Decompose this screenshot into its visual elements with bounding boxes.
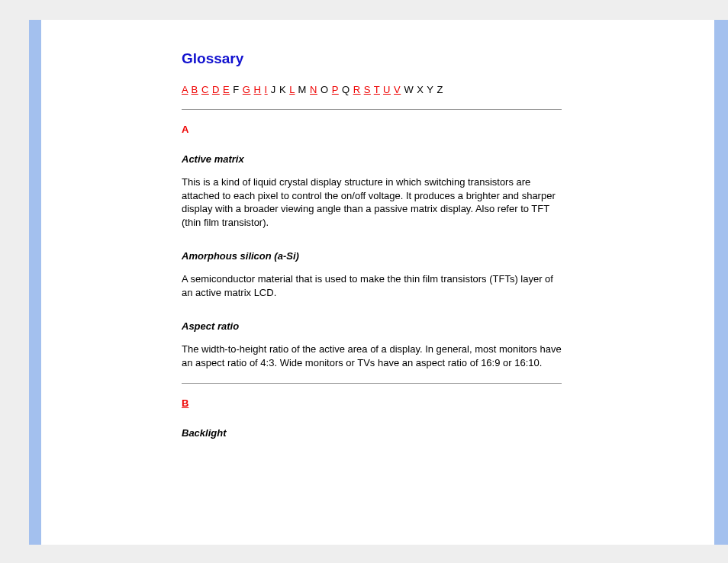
alphabet-nav: A B C D E F G H I J K L M N O P Q R S T … [182,84,562,95]
alpha-letter-o: O [321,84,329,95]
glossary-term: Backlight [182,427,562,439]
alpha-letter-k: K [279,84,286,95]
glossary-term: Aspect ratio [182,320,562,332]
right-accent-stripe [714,20,728,545]
alpha-letter-j: J [271,84,276,95]
glossary-definition: This is a kind of liquid crystal display… [182,175,562,229]
alpha-link-a[interactable]: A [182,84,188,95]
alpha-link-n[interactable]: N [310,84,317,95]
alpha-link-u[interactable]: U [383,84,391,95]
alpha-letter-z: Z [436,84,443,95]
alpha-link-c[interactable]: C [201,84,209,95]
alpha-link-s[interactable]: S [364,84,371,95]
section-letter-b[interactable]: B [182,397,562,409]
alpha-link-d[interactable]: D [212,84,220,95]
alpha-link-l[interactable]: L [289,84,295,95]
page-content: Glossary A B C D E F G H I J K L M N O P… [41,20,714,545]
alpha-link-p[interactable]: P [332,84,339,95]
glossary-term: Amorphous silicon (a-Si) [182,250,562,262]
alpha-letter-w: W [404,84,414,95]
alpha-letter-m: M [298,84,307,95]
alpha-link-b[interactable]: B [192,84,198,95]
glossary-term: Active matrix [182,153,562,165]
glossary-definition: The width-to-height ratio of the active … [182,343,562,369]
left-accent-stripe [29,20,41,545]
glossary-definition: A semiconductor material that is used to… [182,272,562,299]
alpha-link-t[interactable]: T [374,84,380,95]
section-letter-a: A [182,124,562,135]
alpha-link-i[interactable]: I [265,84,268,95]
divider [182,109,562,110]
alpha-letter-x: X [417,84,424,95]
alpha-letter-q: Q [342,84,350,95]
alpha-link-r[interactable]: R [353,84,361,95]
alpha-letter-f: F [233,84,239,95]
divider [182,383,562,384]
alpha-letter-y: Y [427,84,433,95]
alpha-link-v[interactable]: V [394,84,401,95]
alpha-link-h[interactable]: H [254,84,262,95]
alpha-link-e[interactable]: E [223,84,230,95]
alpha-link-g[interactable]: G [243,84,251,95]
page-title: Glossary [182,50,562,67]
